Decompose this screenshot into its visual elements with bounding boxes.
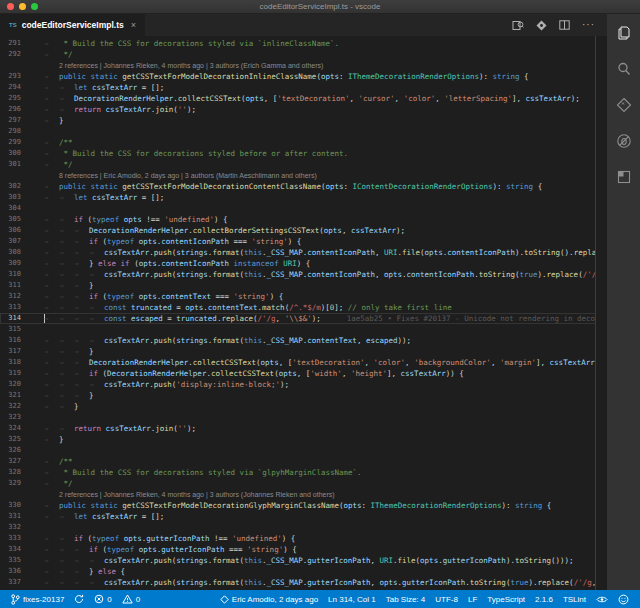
code-line[interactable]: 301→ */ <box>0 159 607 170</box>
code-line[interactable]: 294→→let cssTextArr = []; <box>0 82 607 93</box>
code-line[interactable]: 311→→→} <box>0 280 607 291</box>
code-line[interactable]: 320→→→→cssTextArr.push('display:inline-b… <box>0 379 607 390</box>
code-line[interactable]: 313→→→→const truncated = opts.contentTex… <box>0 302 607 313</box>
line-number[interactable]: 337 <box>0 577 30 588</box>
activitybar-extensions-icon[interactable] <box>613 166 635 188</box>
line-number[interactable]: 297 <box>0 115 30 126</box>
code-line[interactable]: 302→public static getCSSTextForModelDeco… <box>0 181 607 192</box>
line-number[interactable]: 308 <box>0 247 30 258</box>
line-number[interactable]: 291 <box>0 38 30 49</box>
code-line[interactable]: 318→→→DecorationRenderHelper.collectCSST… <box>0 357 607 368</box>
code-line[interactable]: 336→→→} else { <box>0 566 607 577</box>
activitybar-debug-icon[interactable] <box>613 130 635 152</box>
code-line[interactable]: 306→→→DecorationRenderHelper.collectBord… <box>0 225 607 236</box>
line-number[interactable]: 322 <box>0 401 30 412</box>
typescript-version-item[interactable]: 2.1.6 <box>530 595 558 604</box>
cursor-position-item[interactable]: Ln 314, Col 1 <box>323 595 381 604</box>
line-number[interactable]: 304 <box>0 203 30 214</box>
line-number[interactable]: 336 <box>0 566 30 577</box>
line-number[interactable]: 327 <box>0 456 30 467</box>
code-line[interactable]: 308→→→→cssTextArr.push(strings.format(th… <box>0 247 607 258</box>
line-number[interactable]: 334 <box>0 544 30 555</box>
code-line[interactable]: 323 <box>0 412 607 423</box>
code-line[interactable]: 309→→→} else if (opts.contentIconPath in… <box>0 258 607 269</box>
code-line[interactable]: 300→ * Build the CSS for decorations sty… <box>0 148 607 159</box>
code-line[interactable]: 316→→→→cssTextArr.push(strings.format(th… <box>0 335 607 346</box>
errors-item[interactable]: 0 <box>89 594 116 604</box>
line-number[interactable]: 300 <box>0 148 30 159</box>
code-line[interactable]: 314→→→→const escaped = truncated.replace… <box>0 313 607 324</box>
code-line[interactable]: 325→} <box>0 434 607 445</box>
line-number[interactable]: 326 <box>0 445 30 456</box>
line-number[interactable]: 299 <box>0 137 30 148</box>
line-number[interactable]: 329 <box>0 478 30 489</box>
activitybar-source-control-icon[interactable] <box>613 94 635 116</box>
vertical-scrollbar[interactable] <box>595 36 607 590</box>
gitlens-toggle-eye-icon[interactable] <box>591 595 613 604</box>
line-number[interactable]: 325 <box>0 434 30 445</box>
line-number[interactable]: 292 <box>0 49 30 60</box>
code-line[interactable]: 291→ * Build the CSS for decorations sty… <box>0 38 607 49</box>
line-number[interactable]: 316 <box>0 335 30 346</box>
code-line[interactable]: 310→→→→cssTextArr.push(strings.format(th… <box>0 269 607 280</box>
code-line[interactable]: 332 <box>0 522 607 533</box>
code-editor[interactable]: 291→ * Build the CSS for decorations sty… <box>0 36 607 590</box>
code-line[interactable]: 304 <box>0 203 607 214</box>
line-number[interactable]: 311 <box>0 280 30 291</box>
line-number[interactable]: 298 <box>0 126 30 137</box>
code-line[interactable]: 322→→} <box>0 401 607 412</box>
code-line[interactable]: 307→→→if (typeof opts.contentIconPath ==… <box>0 236 607 247</box>
line-number[interactable]: 324 <box>0 423 30 434</box>
code-line[interactable]: 305→→if (typeof opts !== 'undefined') { <box>0 214 607 225</box>
sync-item[interactable] <box>69 594 89 604</box>
line-number[interactable]: 317 <box>0 346 30 357</box>
line-number[interactable]: 294 <box>0 82 30 93</box>
code-line[interactable]: 334→→→if (typeof opts.gutterIconPath ===… <box>0 544 607 555</box>
line-number[interactable]: 303 <box>0 192 30 203</box>
line-number[interactable]: 295 <box>0 93 30 104</box>
code-line[interactable]: 297→} <box>0 115 607 126</box>
line-number[interactable]: 307 <box>0 236 30 247</box>
tab-codeEditorServiceImpl[interactable]: TS codeEditorServiceImpl.ts × <box>0 14 145 36</box>
code-line[interactable]: 315 <box>0 324 607 335</box>
line-number[interactable]: 321 <box>0 390 30 401</box>
code-line[interactable]: 298 <box>0 126 607 137</box>
line-number[interactable]: 314 <box>0 313 30 324</box>
codelens-line[interactable]: 8 references | Eric Amodio, 2 days ago |… <box>0 170 607 181</box>
tab-size-item[interactable]: Tab Size: 4 <box>381 595 431 604</box>
code-line[interactable]: 327→/** <box>0 456 607 467</box>
gitlens-blame-item[interactable]: Eric Amodio, 2 days ago <box>215 595 323 604</box>
gitlens-icon[interactable] <box>536 20 547 31</box>
code-line[interactable]: 296→→return cssTextArr.join(''); <box>0 104 607 115</box>
activitybar-search-icon[interactable] <box>613 58 635 80</box>
git-branch-item[interactable]: fixes-20137 <box>6 594 69 605</box>
codelens-text[interactable]: 2 references | Johannes Rieken, 4 months… <box>59 62 323 69</box>
code-line[interactable]: 328→ * Build the CSS for decorations sty… <box>0 467 607 478</box>
code-line[interactable]: 321→→→} <box>0 390 607 401</box>
line-number[interactable]: 315 <box>0 324 30 335</box>
line-number[interactable]: 328 <box>0 467 30 478</box>
code-line[interactable]: 293→public static getCSSTextForModelDeco… <box>0 71 607 82</box>
line-number[interactable]: 333 <box>0 533 30 544</box>
line-number[interactable]: 330 <box>0 500 30 511</box>
line-number[interactable]: 305 <box>0 214 30 225</box>
codelens-line[interactable]: 2 references | Johannes Rieken, 4 months… <box>0 489 607 500</box>
language-mode-item[interactable]: TypeScript <box>482 595 530 604</box>
code-line[interactable]: 292→ */ <box>0 49 607 60</box>
code-line[interactable]: 333→→if (typeof opts.gutterIconPath !== … <box>0 533 607 544</box>
line-number[interactable]: 309 <box>0 258 30 269</box>
line-number[interactable]: 331 <box>0 511 30 522</box>
activitybar-explorer-icon[interactable] <box>613 22 635 44</box>
codelens-text[interactable]: 2 references | Johannes Rieken, 4 months… <box>59 491 335 498</box>
line-number[interactable]: 301 <box>0 159 30 170</box>
code-line[interactable]: 335→→→→cssTextArr.push(strings.format(th… <box>0 555 607 566</box>
open-preview-icon[interactable] <box>512 20 524 31</box>
code-line[interactable]: 324→→return cssTextArr.join(''); <box>0 423 607 434</box>
code-line[interactable]: 303→→let cssTextArr = []; <box>0 192 607 203</box>
encoding-item[interactable]: UTF-8 <box>430 595 463 604</box>
line-number[interactable]: 318 <box>0 357 30 368</box>
code-line[interactable]: 329→ */ <box>0 478 607 489</box>
line-number[interactable]: 296 <box>0 104 30 115</box>
line-number[interactable]: 319 <box>0 368 30 379</box>
line-number[interactable]: 323 <box>0 412 30 423</box>
